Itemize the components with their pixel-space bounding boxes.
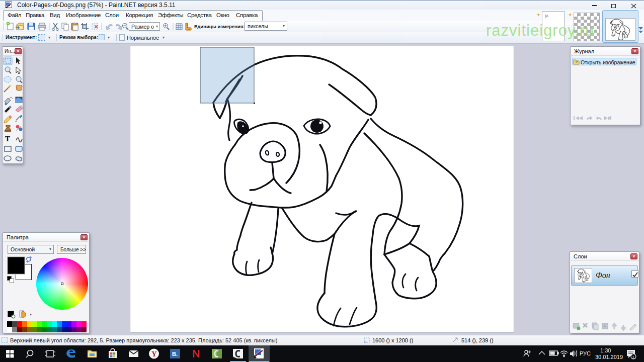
svg-text:Y: Y (151, 350, 157, 358)
svg-text:B.: B. (172, 351, 178, 357)
svg-text:РУС: РУС (580, 350, 591, 356)
svg-text:30.01.2019: 30.01.2019 (595, 354, 623, 360)
svg-text:1:30: 1:30 (600, 347, 611, 353)
svg-text:T: T (5, 135, 10, 143)
svg-text:1: 1 (632, 355, 635, 359)
